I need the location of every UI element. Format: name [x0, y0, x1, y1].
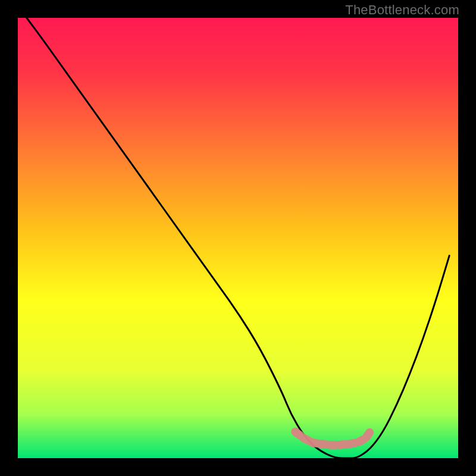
plot-background — [18, 18, 458, 458]
bottleneck-chart — [0, 0, 476, 476]
watermark-text: TheBottleneck.com — [345, 2, 459, 18]
chart-container: { "watermark": "TheBottleneck.com", "cha… — [0, 0, 476, 476]
